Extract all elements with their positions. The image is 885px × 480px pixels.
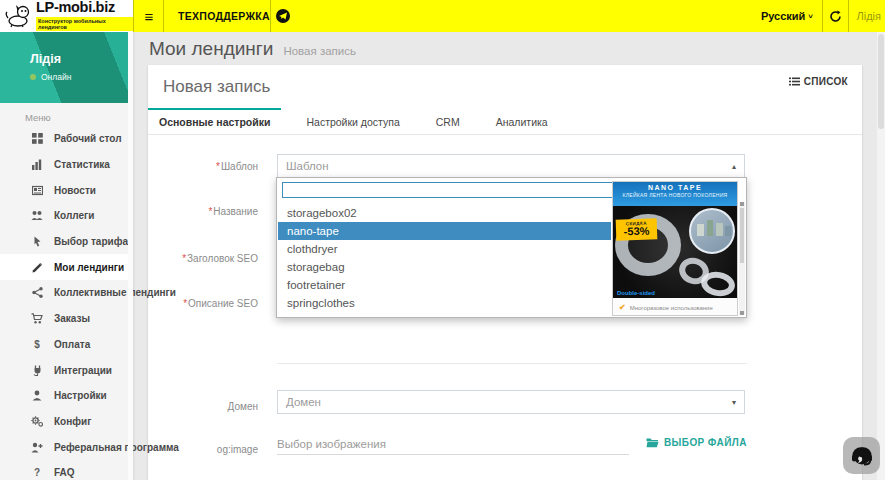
sidebar-item-settings[interactable]: Настройки xyxy=(0,383,133,409)
sidebar-item-label: Коллеги xyxy=(54,210,94,221)
template-option-selected[interactable]: nano-tape xyxy=(278,222,611,240)
og-image-input[interactable] xyxy=(277,433,629,455)
sidebar-item-payment[interactable]: $ Оплата xyxy=(0,332,133,358)
logo-title: LP-mobi.biz xyxy=(36,0,133,15)
preview-title: NANO TAPE xyxy=(613,184,737,191)
news-icon xyxy=(30,185,44,196)
stats-icon xyxy=(30,159,44,170)
tab-bar: Основные настройки Настройки доступа CRM… xyxy=(148,108,862,135)
topbar-username[interactable]: Лідія xyxy=(857,0,881,32)
sidebar-item-label: Новости xyxy=(54,185,96,196)
topbar: LP-mobi.biz Конструктор мобильных лендин… xyxy=(0,0,885,32)
sidebar-item-label: Реферальная программа xyxy=(54,442,179,453)
template-option[interactable]: clothdryer xyxy=(278,240,611,258)
sidebar-item-label: Заказы xyxy=(54,313,90,324)
chevron-down-icon: ˅ xyxy=(808,12,813,21)
sidebar-item-label: Выбор тарифа xyxy=(54,236,128,247)
online-status-label: Онлайн xyxy=(41,72,71,82)
tab-main-settings[interactable]: Основные настройки xyxy=(148,108,281,134)
template-preview: NANO TAPE КЛЕЙКАЯ ЛЕНТА НОВОГО ПОКОЛЕНИЯ… xyxy=(612,181,738,316)
online-status-dot xyxy=(30,74,36,80)
required-asterisk: * xyxy=(182,253,186,264)
list-button[interactable]: СПИСОК xyxy=(789,76,848,87)
chevron-down-icon: ▾ xyxy=(732,398,736,407)
cart-icon xyxy=(30,313,44,324)
page-scrollbar[interactable] xyxy=(877,32,885,480)
sidebar-item-faq[interactable]: ? FAQ xyxy=(0,460,133,480)
language-label: Русский xyxy=(761,10,805,22)
sidebar-item-news[interactable]: Новости xyxy=(0,177,133,203)
sidebar-item-statistics[interactable]: Статистика xyxy=(0,152,133,178)
plug-icon xyxy=(30,365,44,376)
menu-section-label: Меню xyxy=(25,112,51,123)
preview-header: NANO TAPE КЛЕЙКАЯ ЛЕНТА НОВОГО ПОКОЛЕНИЯ xyxy=(613,182,737,206)
choose-file-button[interactable]: ВЫБОР ФАЙЛА xyxy=(646,437,747,448)
tab-access-settings[interactable]: Настройки доступа xyxy=(295,108,410,134)
scroll-up-button[interactable] xyxy=(740,202,744,206)
preview-feature-label: Многоразовое использование xyxy=(630,305,713,311)
sidebar-item-collective-landings[interactable]: Коллективные лендинги xyxy=(0,280,133,306)
sidebar-toggle-button[interactable]: ≡ xyxy=(136,0,162,32)
tech-support-label: ТЕХПОДДЕРЖКА xyxy=(178,10,270,22)
sidebar-scrollbar[interactable] xyxy=(128,32,133,480)
logo[interactable]: LP-mobi.biz Конструктор мобильных лендин… xyxy=(0,0,133,32)
domain-select-placeholder: Домен xyxy=(286,396,321,408)
language-dropdown[interactable]: Русский ˅ xyxy=(761,0,813,32)
template-option[interactable]: storagebox02 xyxy=(278,204,611,222)
breadcrumb: Новая запись xyxy=(283,45,356,57)
sidebar-item-config[interactable]: Конфиг xyxy=(0,409,133,435)
page-scrollbar-thumb[interactable] xyxy=(878,34,884,129)
sidebar: Лідія Онлайн Меню Рабочий стол Статистик… xyxy=(0,32,133,480)
list-button-label: СПИСОК xyxy=(804,76,848,87)
discount-badge: СКИДКА -53% xyxy=(616,218,658,240)
scroll-down-button[interactable] xyxy=(740,311,744,315)
support-chat-button[interactable] xyxy=(843,437,880,474)
seo-title-field-label: *Заголовок SEO xyxy=(148,253,258,264)
question-icon: ? xyxy=(30,467,44,478)
choose-file-label: ВЫБОР ФАЙЛА xyxy=(664,437,747,448)
sidebar-item-desktop[interactable]: Рабочий стол xyxy=(0,126,133,152)
preview-caption: Double-sided xyxy=(617,290,655,296)
divider xyxy=(848,0,849,32)
tech-support-link[interactable]: ТЕХПОДДЕРЖКА xyxy=(178,0,290,32)
folder-icon xyxy=(646,437,659,448)
person-icon xyxy=(30,390,44,401)
template-option[interactable]: footretainer xyxy=(278,276,611,294)
domain-select[interactable]: Домен ▾ xyxy=(277,390,745,414)
sidebar-item-label: Конфиг xyxy=(54,416,91,427)
referral-icon xyxy=(30,442,44,453)
sidebar-item-label: Интеграции xyxy=(54,365,112,376)
domain-field-label: Домен xyxy=(148,401,258,412)
headset-icon xyxy=(850,444,874,468)
preview-inset-photo xyxy=(689,208,735,254)
gears-icon xyxy=(30,416,44,427)
template-option[interactable]: storagebag xyxy=(278,258,611,276)
tab-analytics[interactable]: Аналитика xyxy=(485,108,559,134)
template-option[interactable]: springclothes xyxy=(278,294,611,312)
dollar-icon: $ xyxy=(30,339,44,350)
sidebar-item-label: Рабочий стол xyxy=(54,133,122,144)
sidebar-item-referral[interactable]: Реферальная программа xyxy=(0,434,133,460)
user-name: Лідія xyxy=(30,52,133,66)
sidebar-item-label: FAQ xyxy=(54,467,75,478)
sidebar-item-orders[interactable]: Заказы xyxy=(0,306,133,332)
divider xyxy=(163,0,164,32)
sidebar-item-tariff[interactable]: Выбор тарифа xyxy=(0,229,133,255)
template-select[interactable]: Шаблон ▴ xyxy=(277,154,745,178)
dropdown-scrollbar[interactable] xyxy=(739,202,745,315)
sidebar-item-integrations[interactable]: Интеграции xyxy=(0,357,133,383)
tab-crm[interactable]: CRM xyxy=(425,108,471,134)
sidebar-item-colleagues[interactable]: Коллеги xyxy=(0,203,133,229)
name-field-label: *Название xyxy=(148,206,258,217)
sidebar-item-my-landings[interactable]: Мои лендинги xyxy=(0,254,133,280)
page-header: Мои лендинги Новая запись xyxy=(149,38,356,60)
refresh-button[interactable] xyxy=(824,0,846,32)
template-field-label: *Шаблон xyxy=(148,161,258,172)
template-option-list: storagebox02 nano-tape clothdryer storag… xyxy=(278,204,611,312)
main-content: Мои лендинги Новая запись Новая запись С… xyxy=(133,32,885,480)
sidebar-item-label: Настройки xyxy=(54,390,107,401)
discount-badge-value: -53% xyxy=(616,225,657,237)
dropdown-scrollbar-thumb[interactable] xyxy=(740,208,744,263)
preview-subtitle: КЛЕЙКАЯ ЛЕНТА НОВОГО ПОКОЛЕНИЯ xyxy=(613,192,737,198)
preview-image: СКИДКА -53% Double-sided xyxy=(613,206,737,298)
